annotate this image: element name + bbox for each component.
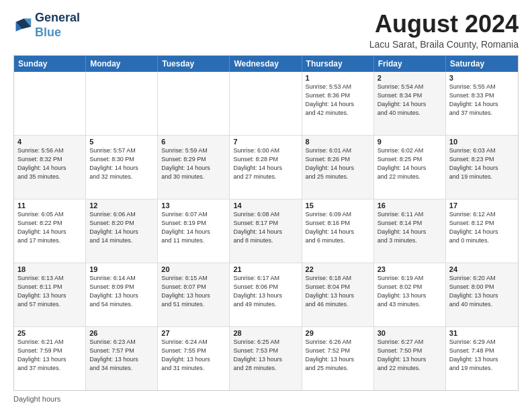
cell-info: Sunrise: 6:27 AM Sunset: 7:50 PM Dayligh… bbox=[378, 338, 442, 373]
day-number: 5 bbox=[89, 138, 154, 146]
logo: General Blue bbox=[13, 11, 80, 40]
cell-info: Sunrise: 5:55 AM Sunset: 8:33 PM Dayligh… bbox=[449, 83, 515, 118]
calendar-cell: 12Sunrise: 6:06 AM Sunset: 8:20 PM Dayli… bbox=[86, 199, 158, 263]
calendar-cell: 28Sunrise: 6:25 AM Sunset: 7:53 PM Dayli… bbox=[230, 327, 302, 390]
calendar-row: 25Sunrise: 6:21 AM Sunset: 7:59 PM Dayli… bbox=[14, 327, 518, 390]
calendar-cell: 27Sunrise: 6:24 AM Sunset: 7:55 PM Dayli… bbox=[158, 327, 230, 390]
calendar-body: 1Sunrise: 5:53 AM Sunset: 8:36 PM Daylig… bbox=[14, 72, 518, 390]
calendar-cell: 18Sunrise: 6:13 AM Sunset: 8:11 PM Dayli… bbox=[14, 263, 86, 326]
cell-info: Sunrise: 6:12 AM Sunset: 8:12 PM Dayligh… bbox=[449, 210, 515, 245]
day-number: 25 bbox=[17, 329, 82, 337]
day-number: 17 bbox=[449, 201, 515, 210]
day-number: 15 bbox=[306, 201, 370, 210]
calendar-row: 4Sunrise: 5:56 AM Sunset: 8:32 PM Daylig… bbox=[14, 136, 518, 199]
page: General Blue August 2024 Lacu Sarat, Bra… bbox=[0, 0, 532, 411]
calendar-header-cell: Tuesday bbox=[158, 56, 230, 72]
day-number: 12 bbox=[89, 201, 154, 210]
calendar-cell: 24Sunrise: 6:20 AM Sunset: 8:00 PM Dayli… bbox=[446, 263, 518, 326]
day-number: 19 bbox=[89, 265, 154, 273]
calendar-cell: 7Sunrise: 6:00 AM Sunset: 8:28 PM Daylig… bbox=[230, 136, 302, 199]
day-number: 3 bbox=[449, 74, 515, 82]
day-number: 14 bbox=[233, 201, 298, 210]
cell-info: Sunrise: 5:54 AM Sunset: 8:34 PM Dayligh… bbox=[378, 83, 442, 118]
day-number: 22 bbox=[306, 265, 370, 273]
day-number: 1 bbox=[306, 74, 370, 82]
day-number: 16 bbox=[378, 201, 442, 210]
calendar-header: SundayMondayTuesdayWednesdayThursdayFrid… bbox=[14, 56, 518, 72]
calendar-cell bbox=[86, 72, 158, 135]
title-block: August 2024 Lacu Sarat, Braila County, R… bbox=[369, 11, 519, 50]
day-number: 30 bbox=[378, 329, 442, 337]
cell-info: Sunrise: 5:59 AM Sunset: 8:29 PM Dayligh… bbox=[161, 146, 226, 181]
day-number: 26 bbox=[89, 329, 154, 337]
calendar-cell bbox=[158, 72, 230, 135]
cell-info: Sunrise: 6:01 AM Sunset: 8:26 PM Dayligh… bbox=[306, 146, 370, 181]
day-number: 9 bbox=[378, 138, 442, 146]
calendar-cell: 29Sunrise: 6:26 AM Sunset: 7:52 PM Dayli… bbox=[302, 327, 374, 390]
cell-info: Sunrise: 6:19 AM Sunset: 8:02 PM Dayligh… bbox=[378, 274, 442, 309]
day-number: 6 bbox=[161, 138, 226, 146]
calendar-cell: 21Sunrise: 6:17 AM Sunset: 8:06 PM Dayli… bbox=[230, 263, 302, 326]
cell-info: Sunrise: 6:15 AM Sunset: 8:07 PM Dayligh… bbox=[161, 274, 226, 309]
cell-info: Sunrise: 6:13 AM Sunset: 8:11 PM Dayligh… bbox=[17, 274, 82, 309]
cell-info: Sunrise: 5:56 AM Sunset: 8:32 PM Dayligh… bbox=[17, 146, 82, 181]
day-number: 29 bbox=[306, 329, 370, 337]
day-number: 23 bbox=[378, 265, 442, 273]
cell-info: Sunrise: 6:06 AM Sunset: 8:20 PM Dayligh… bbox=[89, 210, 154, 245]
calendar-cell: 26Sunrise: 6:23 AM Sunset: 7:57 PM Dayli… bbox=[86, 327, 158, 390]
calendar-header-cell: Sunday bbox=[14, 56, 86, 72]
calendar-cell: 4Sunrise: 5:56 AM Sunset: 8:32 PM Daylig… bbox=[14, 136, 86, 199]
cell-info: Sunrise: 5:53 AM Sunset: 8:36 PM Dayligh… bbox=[306, 83, 370, 118]
calendar-header-cell: Saturday bbox=[446, 56, 518, 72]
calendar-cell bbox=[230, 72, 302, 135]
day-number: 4 bbox=[17, 138, 82, 146]
cell-info: Sunrise: 6:05 AM Sunset: 8:22 PM Dayligh… bbox=[17, 210, 82, 245]
calendar-cell bbox=[14, 72, 86, 135]
day-number: 2 bbox=[378, 74, 442, 82]
calendar-row: 11Sunrise: 6:05 AM Sunset: 8:22 PM Dayli… bbox=[14, 199, 518, 263]
calendar-cell: 16Sunrise: 6:11 AM Sunset: 8:14 PM Dayli… bbox=[374, 199, 446, 263]
cell-info: Sunrise: 6:09 AM Sunset: 8:16 PM Dayligh… bbox=[306, 210, 370, 245]
cell-info: Sunrise: 6:11 AM Sunset: 8:14 PM Dayligh… bbox=[378, 210, 442, 245]
calendar-header-cell: Friday bbox=[374, 56, 446, 72]
cell-info: Sunrise: 6:02 AM Sunset: 8:25 PM Dayligh… bbox=[378, 146, 442, 181]
calendar-cell: 23Sunrise: 6:19 AM Sunset: 8:02 PM Dayli… bbox=[374, 263, 446, 326]
calendar-cell: 31Sunrise: 6:29 AM Sunset: 7:48 PM Dayli… bbox=[446, 327, 518, 390]
day-number: 21 bbox=[233, 265, 298, 273]
calendar-cell: 2Sunrise: 5:54 AM Sunset: 8:34 PM Daylig… bbox=[374, 72, 446, 135]
cell-info: Sunrise: 6:21 AM Sunset: 7:59 PM Dayligh… bbox=[17, 338, 82, 373]
footer-text: Daylight hours bbox=[13, 395, 60, 403]
cell-info: Sunrise: 6:23 AM Sunset: 7:57 PM Dayligh… bbox=[89, 338, 154, 373]
calendar: SundayMondayTuesdayWednesdayThursdayFrid… bbox=[13, 55, 519, 391]
calendar-cell: 9Sunrise: 6:02 AM Sunset: 8:25 PM Daylig… bbox=[374, 136, 446, 199]
calendar-cell: 3Sunrise: 5:55 AM Sunset: 8:33 PM Daylig… bbox=[446, 72, 518, 135]
calendar-cell: 25Sunrise: 6:21 AM Sunset: 7:59 PM Dayli… bbox=[14, 327, 86, 390]
cell-info: Sunrise: 6:14 AM Sunset: 8:09 PM Dayligh… bbox=[89, 274, 154, 309]
calendar-cell: 19Sunrise: 6:14 AM Sunset: 8:09 PM Dayli… bbox=[86, 263, 158, 326]
calendar-cell: 13Sunrise: 6:07 AM Sunset: 8:19 PM Dayli… bbox=[158, 199, 230, 263]
day-number: 24 bbox=[449, 265, 515, 273]
calendar-cell: 30Sunrise: 6:27 AM Sunset: 7:50 PM Dayli… bbox=[374, 327, 446, 390]
calendar-cell: 15Sunrise: 6:09 AM Sunset: 8:16 PM Dayli… bbox=[302, 199, 374, 263]
day-number: 18 bbox=[17, 265, 82, 273]
subtitle: Lacu Sarat, Braila County, Romania bbox=[369, 39, 519, 50]
calendar-cell: 5Sunrise: 5:57 AM Sunset: 8:30 PM Daylig… bbox=[86, 136, 158, 199]
calendar-header-cell: Thursday bbox=[302, 56, 374, 72]
calendar-cell: 22Sunrise: 6:18 AM Sunset: 8:04 PM Dayli… bbox=[302, 263, 374, 326]
cell-info: Sunrise: 6:17 AM Sunset: 8:06 PM Dayligh… bbox=[233, 274, 298, 309]
day-number: 28 bbox=[233, 329, 298, 337]
day-number: 31 bbox=[449, 329, 515, 337]
day-number: 7 bbox=[233, 138, 298, 146]
day-number: 10 bbox=[449, 138, 515, 146]
calendar-row: 1Sunrise: 5:53 AM Sunset: 8:36 PM Daylig… bbox=[14, 72, 518, 136]
calendar-header-cell: Wednesday bbox=[230, 56, 302, 72]
day-number: 8 bbox=[306, 138, 370, 146]
day-number: 11 bbox=[17, 201, 82, 210]
cell-info: Sunrise: 6:18 AM Sunset: 8:04 PM Dayligh… bbox=[306, 274, 370, 309]
cell-info: Sunrise: 6:20 AM Sunset: 8:00 PM Dayligh… bbox=[449, 274, 515, 309]
footer: Daylight hours bbox=[13, 395, 519, 403]
cell-info: Sunrise: 6:26 AM Sunset: 7:52 PM Dayligh… bbox=[306, 338, 370, 373]
day-number: 20 bbox=[161, 265, 226, 273]
calendar-cell: 17Sunrise: 6:12 AM Sunset: 8:12 PM Dayli… bbox=[446, 199, 518, 263]
cell-info: Sunrise: 6:25 AM Sunset: 7:53 PM Dayligh… bbox=[233, 338, 298, 373]
